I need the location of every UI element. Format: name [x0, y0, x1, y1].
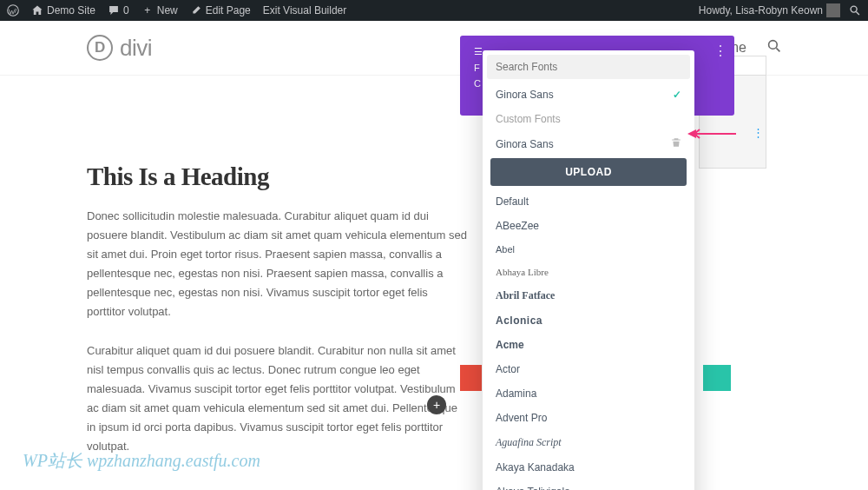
module-icon[interactable]: ☰	[474, 46, 483, 57]
font-name: Ginora Sans	[496, 89, 554, 101]
comment-count: 0	[123, 4, 129, 17]
module-bar-icons: ☰ F C	[474, 46, 483, 89]
site-logo[interactable]: D divi	[87, 35, 152, 62]
module-bar-menu[interactable]: ⋮	[713, 43, 727, 59]
font-option[interactable]: Aguafina Script	[487, 430, 690, 455]
comments-link[interactable]: 0	[108, 4, 129, 17]
greeting-text: Howdy, Lisa-Robyn Keown	[699, 4, 823, 17]
font-option[interactable]: Akaya Telivigala	[487, 480, 690, 490]
custom-fonts-label: Custom Fonts	[487, 107, 690, 131]
trash-icon[interactable]	[671, 137, 681, 150]
nav-search-icon[interactable]	[767, 39, 781, 56]
font-option[interactable]: Aclonica	[487, 308, 690, 333]
font-option[interactable]: Akaya Kanadaka	[487, 455, 690, 480]
exit-builder-label: Exit Visual Builder	[263, 4, 347, 17]
paragraph-2: Curabitur aliquet quam id dui posuere bl…	[87, 341, 469, 457]
new-link[interactable]: + New	[141, 4, 178, 17]
watermark-text: WP站长 wpzhanzhang.eastfu.com	[23, 449, 260, 473]
pencil-icon	[190, 4, 202, 17]
annotation-arrow	[687, 127, 736, 142]
home-icon	[31, 4, 43, 17]
comment-icon	[108, 4, 120, 17]
site-name-link[interactable]: Demo Site	[31, 4, 95, 17]
add-section-button[interactable]: +	[427, 395, 446, 414]
avatar	[826, 3, 840, 17]
new-label: New	[157, 4, 178, 17]
plus-icon: +	[433, 398, 440, 412]
svg-point-1	[851, 6, 857, 12]
font-option[interactable]: Default	[487, 189, 690, 214]
font-option[interactable]: Advent Pro	[487, 406, 690, 430]
wordpress-icon	[7, 4, 19, 17]
module-delete-button[interactable]	[460, 365, 482, 391]
logo-mark: D	[87, 35, 113, 61]
logo-text: divi	[120, 35, 152, 62]
wp-logo[interactable]	[7, 4, 19, 17]
page-content: This Is a Heading Donec sollicitudin mol…	[0, 76, 556, 456]
font-option[interactable]: ABeeZee	[487, 214, 690, 238]
font-search-input[interactable]	[487, 55, 690, 79]
font-option-custom[interactable]: Ginora Sans	[487, 131, 690, 156]
preview-menu-dots[interactable]: ⋮	[753, 126, 764, 139]
font-option[interactable]: Abel	[487, 238, 690, 261]
exit-builder-link[interactable]: Exit Visual Builder	[263, 4, 347, 17]
font-option[interactable]: Actor	[487, 357, 690, 381]
upload-font-button[interactable]: UPLOAD	[490, 158, 687, 186]
font-name: Ginora Sans	[496, 138, 554, 150]
check-icon: ✓	[673, 89, 681, 101]
edit-page-link[interactable]: Edit Page	[190, 4, 251, 17]
admin-bar-left: Demo Site 0 + New Edit Page Exit Visual …	[7, 4, 346, 17]
font-option[interactable]: Adamina	[487, 381, 690, 406]
module-label-a: F	[474, 63, 483, 73]
admin-bar-right: Howdy, Lisa-Robyn Keown	[699, 3, 861, 17]
svg-point-2	[769, 41, 778, 50]
edit-page-label: Edit Page	[206, 4, 251, 17]
font-option[interactable]: Abril Fatface	[487, 283, 690, 308]
site-name: Demo Site	[47, 4, 95, 17]
page-heading: This Is a Heading	[87, 162, 469, 191]
wp-admin-bar: Demo Site 0 + New Edit Page Exit Visual …	[0, 0, 868, 21]
search-icon	[849, 4, 861, 17]
paragraph-1: Donec sollicitudin molestie malesuada. C…	[87, 207, 469, 322]
module-label-b: C	[474, 78, 483, 89]
font-option[interactable]: Acme	[487, 333, 690, 357]
plus-icon: +	[141, 4, 154, 17]
search-toggle[interactable]	[849, 4, 861, 17]
font-option[interactable]: Abhaya Libre	[487, 261, 690, 283]
user-greeting-link[interactable]: Howdy, Lisa-Robyn Keown	[699, 3, 840, 17]
font-dropdown-panel: Ginora Sans ✓ Custom Fonts Ginora Sans U…	[483, 50, 694, 490]
font-option-selected[interactable]: Ginora Sans ✓	[487, 83, 690, 107]
module-save-button[interactable]	[703, 365, 731, 391]
